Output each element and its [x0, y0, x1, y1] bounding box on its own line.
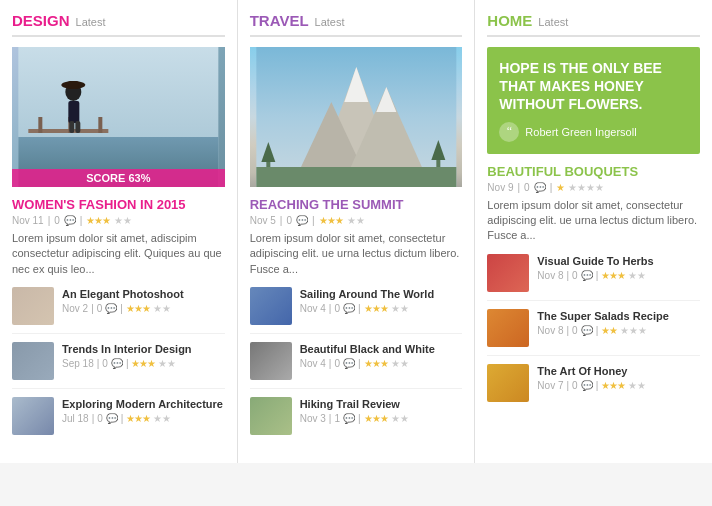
home-category-label: HOME: [487, 12, 532, 29]
home-small-content-2: The Super Salads Recipe Nov 8 | 0 💬 | ★★…: [537, 309, 700, 336]
home-thumb-2: [487, 309, 529, 347]
quote-text: HOPE IS THE ONLY BEE THAT MAKES HONEY WI…: [499, 59, 688, 114]
quote-author-name: Robert Green Ingersoll: [525, 126, 636, 138]
travel-small-meta-3: Nov 3 | 1 💬 | ★★★★★: [300, 413, 463, 424]
svg-rect-22: [256, 167, 456, 187]
design-main-meta: Nov 11 | 0 💬 | ★★★★★: [12, 215, 225, 226]
design-small-content-2: Trends In Interior Design Sep 18 | 0 💬 |…: [62, 342, 225, 369]
svg-rect-10: [69, 121, 74, 133]
travel-main-date: Nov 5: [250, 215, 276, 226]
travel-small-article-1: Sailing Around The World Nov 4 | 0 💬 | ★…: [250, 287, 463, 334]
design-hero-image[interactable]: SCORE 63%: [12, 47, 225, 187]
home-main-title[interactable]: BEAUTIFUL BOUQUETS: [487, 164, 700, 179]
travel-main-stars: ★★★: [319, 215, 343, 226]
design-category-label: DESIGN: [12, 12, 70, 29]
design-small-title-2[interactable]: Trends In Interior Design: [62, 342, 225, 356]
home-main-comments: 0: [524, 182, 530, 193]
design-main-comments: 0: [54, 215, 60, 226]
svg-rect-11: [75, 121, 80, 133]
home-small-content-3: The Art Of Honey Nov 7 | 0 💬 | ★★★★★: [537, 364, 700, 391]
design-thumb-3: [12, 397, 54, 435]
design-main-date: Nov 11: [12, 215, 44, 226]
travel-column: TRAVEL Latest: [238, 0, 476, 463]
design-small-meta-1: Nov 2 | 0 💬 | ★★★★★: [62, 303, 225, 314]
svg-rect-7: [68, 101, 79, 123]
design-thumb-2: [12, 342, 54, 380]
home-column: HOME Latest HOPE IS THE ONLY BEE THAT MA…: [475, 0, 712, 463]
travel-hero-image[interactable]: [250, 47, 463, 187]
home-main-excerpt: Lorem ipsum dolor sit amet, consectetur …: [487, 198, 700, 244]
design-small-content-1: An Elegant Photoshoot Nov 2 | 0 💬 | ★★★★…: [62, 287, 225, 314]
travel-hero-svg: [250, 47, 463, 187]
home-small-content-1: Visual Guide To Herbs Nov 8 | 0 💬 | ★★★★…: [537, 254, 700, 281]
travel-small-content-1: Sailing Around The World Nov 4 | 0 💬 | ★…: [300, 287, 463, 314]
travel-small-article-2: Beautiful Black and White Nov 4 | 0 💬 | …: [250, 342, 463, 389]
design-small-title-1[interactable]: An Elegant Photoshoot: [62, 287, 225, 301]
travel-small-meta-1: Nov 4 | 0 💬 | ★★★★★: [300, 303, 463, 314]
travel-small-meta-2: Nov 4 | 0 💬 | ★★★★★: [300, 358, 463, 369]
design-hero-svg: [12, 47, 225, 187]
design-small-meta-2: Sep 18 | 0 💬 | ★★★★★: [62, 358, 225, 369]
quote-box: HOPE IS THE ONLY BEE THAT MAKES HONEY WI…: [487, 47, 700, 154]
travel-main-meta: Nov 5 | 0 💬 | ★★★★★: [250, 215, 463, 226]
design-small-article-2: Trends In Interior Design Sep 18 | 0 💬 |…: [12, 342, 225, 389]
travel-thumb-1: [250, 287, 292, 325]
design-small-meta-3: Jul 18 | 0 💬 | ★★★★★: [62, 413, 225, 424]
home-small-title-3[interactable]: The Art Of Honey: [537, 364, 700, 378]
travel-small-title-1[interactable]: Sailing Around The World: [300, 287, 463, 301]
home-small-article-1: Visual Guide To Herbs Nov 8 | 0 💬 | ★★★★…: [487, 254, 700, 301]
home-main-date: Nov 9: [487, 182, 513, 193]
score-badge: SCORE 63%: [12, 169, 225, 187]
home-small-meta-3: Nov 7 | 0 💬 | ★★★★★: [537, 380, 700, 391]
travel-small-content-2: Beautiful Black and White Nov 4 | 0 💬 | …: [300, 342, 463, 369]
design-small-content-3: Exploring Modern Architecture Jul 18 | 0…: [62, 397, 225, 424]
travel-main-excerpt: Lorem ipsum dolor sit amet, consectetur …: [250, 231, 463, 277]
svg-rect-5: [98, 117, 102, 133]
quote-icon: “: [499, 122, 519, 142]
travel-small-article-3: Hiking Trail Review Nov 3 | 1 💬 | ★★★★★: [250, 397, 463, 443]
travel-small-title-2[interactable]: Beautiful Black and White: [300, 342, 463, 356]
svg-rect-9: [68, 81, 78, 89]
home-small-article-3: The Art Of Honey Nov 7 | 0 💬 | ★★★★★: [487, 364, 700, 410]
design-small-title-3[interactable]: Exploring Modern Architecture: [62, 397, 225, 411]
design-main-title[interactable]: WOMEN'S FASHION IN 2015: [12, 197, 225, 212]
travel-small-title-3[interactable]: Hiking Trail Review: [300, 397, 463, 411]
design-main-stars: ★★★: [86, 215, 110, 226]
design-small-article-1: An Elegant Photoshoot Nov 2 | 0 💬 | ★★★★…: [12, 287, 225, 334]
home-small-meta-2: Nov 8 | 0 💬 | ★★★★★: [537, 325, 700, 336]
home-small-article-2: The Super Salads Recipe Nov 8 | 0 💬 | ★★…: [487, 309, 700, 356]
design-main-excerpt: Lorem ipsum dolor sit amet, adiscipim co…: [12, 231, 225, 277]
travel-category-label: TRAVEL: [250, 12, 309, 29]
home-small-title-1[interactable]: Visual Guide To Herbs: [537, 254, 700, 268]
travel-thumb-3: [250, 397, 292, 435]
design-small-article-3: Exploring Modern Architecture Jul 18 | 0…: [12, 397, 225, 443]
travel-thumb-2: [250, 342, 292, 380]
travel-latest-label: Latest: [315, 16, 345, 28]
travel-main-title[interactable]: REACHING THE SUMMIT: [250, 197, 463, 212]
design-column: DESIGN Latest: [0, 0, 238, 463]
home-main-meta: Nov 9 | 0 💬 | ★★★★★: [487, 182, 700, 193]
travel-header: TRAVEL Latest: [250, 12, 463, 37]
home-main-stars: ★: [556, 182, 564, 193]
travel-main-comments: 0: [286, 215, 292, 226]
home-thumb-3: [487, 364, 529, 402]
design-header: DESIGN Latest: [12, 12, 225, 37]
design-latest-label: Latest: [76, 16, 106, 28]
home-header: HOME Latest: [487, 12, 700, 37]
home-small-title-2[interactable]: The Super Salads Recipe: [537, 309, 700, 323]
home-latest-label: Latest: [538, 16, 568, 28]
travel-small-content-3: Hiking Trail Review Nov 3 | 1 💬 | ★★★★★: [300, 397, 463, 424]
design-thumb-1: [12, 287, 54, 325]
quote-author: “ Robert Green Ingersoll: [499, 122, 688, 142]
home-small-meta-1: Nov 8 | 0 💬 | ★★★★★: [537, 270, 700, 281]
svg-rect-3: [38, 117, 42, 133]
home-thumb-1: [487, 254, 529, 292]
